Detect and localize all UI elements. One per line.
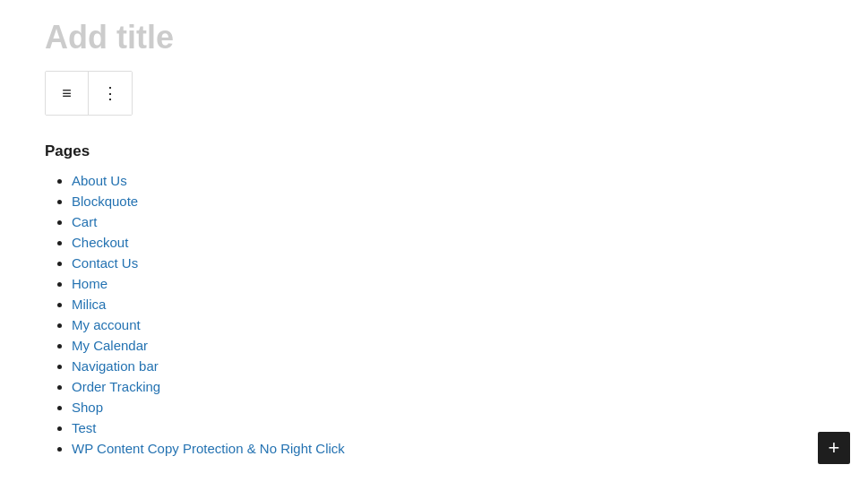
page-link-about-us[interactable]: About Us	[72, 173, 127, 188]
page-link-home[interactable]: Home	[72, 276, 107, 291]
list-item: Cart	[72, 214, 823, 229]
list-item: Navigation bar	[72, 358, 823, 374]
page-link-blockquote[interactable]: Blockquote	[72, 194, 138, 209]
list-item: Home	[72, 276, 823, 291]
list-item: About Us	[72, 173, 823, 188]
page-link-cart[interactable]: Cart	[72, 214, 97, 229]
page-link-contact-us[interactable]: Contact Us	[72, 255, 138, 271]
page-link-test[interactable]: Test	[72, 420, 97, 435]
page-title-input[interactable]: Add title	[45, 18, 823, 56]
list-item: Shop	[72, 400, 823, 415]
page-link-my-account[interactable]: My account	[72, 317, 141, 332]
page-container: Add title ≡ ⋮ Pages About UsBlockquoteCa…	[0, 0, 868, 479]
pages-heading: Pages	[45, 142, 823, 160]
page-link-checkout[interactable]: Checkout	[72, 235, 128, 250]
page-link-wp-content-copy-protection--no-right-click[interactable]: WP Content Copy Protection & No Right Cl…	[72, 441, 345, 456]
page-link-my-calendar[interactable]: My Calendar	[72, 338, 148, 353]
page-link-milica[interactable]: Milica	[72, 297, 106, 312]
more-options-button[interactable]: ⋮	[89, 72, 132, 115]
list-item: My Calendar	[72, 338, 823, 353]
list-item: My account	[72, 317, 823, 332]
page-link-order-tracking[interactable]: Order Tracking	[72, 379, 160, 394]
block-toolbar: ≡ ⋮	[45, 71, 133, 116]
add-block-button[interactable]: +	[818, 432, 850, 464]
list-item: Milica	[72, 297, 823, 312]
list-item: Blockquote	[72, 194, 823, 209]
list-item: Order Tracking	[72, 379, 823, 394]
list-item: Checkout	[72, 235, 823, 250]
list-item: Contact Us	[72, 255, 823, 271]
list-item: WP Content Copy Protection & No Right Cl…	[72, 441, 823, 456]
page-link-shop[interactable]: Shop	[72, 400, 103, 415]
page-link-navigation-bar[interactable]: Navigation bar	[72, 358, 159, 374]
list-item: Test	[72, 420, 823, 435]
list-view-button[interactable]: ≡	[46, 72, 89, 115]
pages-list: About UsBlockquoteCartCheckoutContact Us…	[45, 173, 823, 456]
pages-block: Pages About UsBlockquoteCartCheckoutCont…	[45, 142, 823, 456]
